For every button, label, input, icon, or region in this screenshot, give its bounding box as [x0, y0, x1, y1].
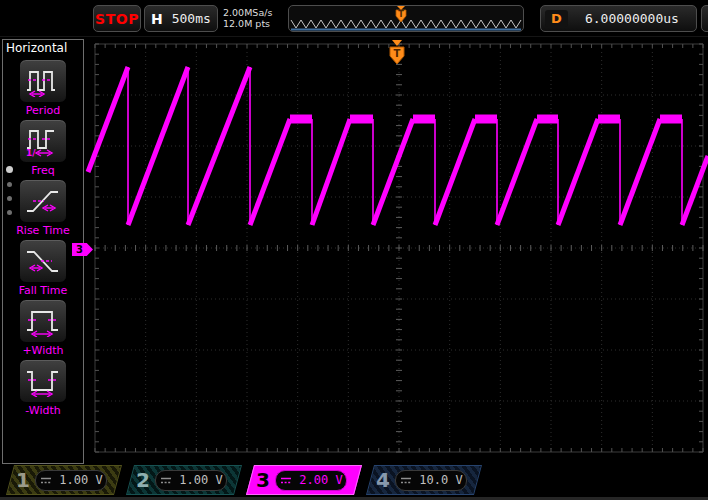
acquisition-info: 2.00MSa/s 12.0M pts: [223, 7, 272, 29]
sidebar-item-rise-time[interactable]: Rise Time: [3, 178, 83, 237]
delay-label: D: [545, 10, 568, 27]
page-dot: [7, 210, 12, 215]
freq-icon: 1/: [25, 125, 61, 157]
period-icon: [25, 65, 61, 97]
sidebar-item-period[interactable]: Period: [3, 58, 83, 117]
plus-width-icon: [25, 305, 61, 337]
minus-width-label: -Width: [3, 404, 83, 417]
delay-value: 6.00000000us: [568, 11, 696, 26]
svg-text:1/: 1/: [26, 148, 36, 157]
channel-3-scale: 2.00 V: [275, 470, 347, 491]
channel-1-volts: 1.00 V: [59, 473, 102, 487]
trigger-box-partial: [701, 5, 708, 32]
delay-box[interactable]: D 6.00000000us: [540, 5, 697, 32]
horizontal-label: H: [151, 11, 163, 27]
channel-4-volts: 10.0 V: [419, 473, 462, 487]
rise-time-button[interactable]: [19, 179, 67, 223]
memory-waveform-preview[interactable]: T: [288, 5, 524, 32]
rise-time-label: Rise Time: [3, 224, 83, 237]
horizontal-measure-menu: Horizontal Period 1/: [2, 39, 84, 464]
channel-2-scale: 1.00 V: [155, 470, 227, 491]
page-dot: [7, 182, 12, 187]
run-state-label: STOP: [95, 11, 139, 27]
top-status-bar: STOP H 500ms 2.00MSa/s 12.0M pts T D 6.0…: [0, 0, 708, 37]
run-state-badge[interactable]: STOP: [93, 5, 141, 32]
menu-page-indicator: [5, 166, 13, 215]
page-dot: [6, 166, 13, 173]
trigger-position-marker: T: [390, 40, 404, 64]
channel-3-volts: 2.00 V: [299, 473, 342, 487]
fall-time-label: Fall Time: [3, 284, 83, 297]
channel-2-number: 2: [131, 468, 155, 492]
ch3-waveform-trace: T: [85, 38, 708, 462]
sidebar-item-fall-time[interactable]: Fall Time: [3, 238, 83, 297]
dc-coupling-icon: [39, 476, 53, 485]
sidebar-item-plus-width[interactable]: +Width: [3, 298, 83, 357]
channel-1-indicator[interactable]: 1 1.00 V: [6, 465, 122, 495]
timebase-box[interactable]: H 500ms: [144, 5, 218, 32]
channel-1-scale: 1.00 V: [35, 470, 107, 491]
channel-4-number: 4: [371, 468, 395, 492]
minus-width-icon: [25, 365, 61, 397]
timebase-value: 500ms: [172, 11, 211, 26]
plus-width-label: +Width: [3, 344, 83, 357]
fall-time-icon: [25, 245, 61, 277]
dc-coupling-icon: [399, 476, 413, 485]
channel-3-number: 3: [251, 468, 275, 492]
period-button[interactable]: [19, 59, 67, 103]
freq-label: Freq: [3, 164, 83, 177]
channel-status-bar: 1 1.00 V 2 1.00 V: [0, 464, 708, 497]
menu-title: Horizontal: [3, 40, 83, 57]
freq-button[interactable]: 1/: [19, 119, 67, 163]
minus-width-button[interactable]: [19, 359, 67, 403]
channel-4-scale: 10.0 V: [395, 470, 467, 491]
waveform-display: T 3: [85, 38, 708, 462]
channel-2-volts: 1.00 V: [179, 473, 222, 487]
channel-3-indicator[interactable]: 3 2.00 V: [246, 465, 362, 495]
sample-rate: 2.00MSa/s: [223, 7, 272, 18]
memory-depth: 12.0M pts: [223, 18, 272, 29]
preview-waveform-icon: T: [289, 6, 523, 31]
oscilloscope-screen: STOP H 500ms 2.00MSa/s 12.0M pts T D 6.0…: [0, 0, 708, 500]
plus-width-button[interactable]: [19, 299, 67, 343]
page-dot: [7, 196, 12, 201]
sidebar-item-minus-width[interactable]: -Width: [3, 358, 83, 417]
channel-4-indicator[interactable]: 4 10.0 V: [366, 465, 482, 495]
channel-2-indicator[interactable]: 2 1.00 V: [126, 465, 242, 495]
sidebar-item-freq[interactable]: 1/ Freq: [3, 118, 83, 177]
channel-1-number: 1: [11, 468, 35, 492]
period-label: Period: [3, 104, 83, 117]
svg-text:T: T: [394, 48, 401, 59]
dc-coupling-icon: [279, 476, 293, 485]
dc-coupling-icon: [159, 476, 173, 485]
preview-trigger-marker: T: [396, 6, 406, 22]
fall-time-button[interactable]: [19, 239, 67, 283]
rise-time-icon: [25, 185, 61, 217]
svg-text:T: T: [398, 10, 404, 19]
